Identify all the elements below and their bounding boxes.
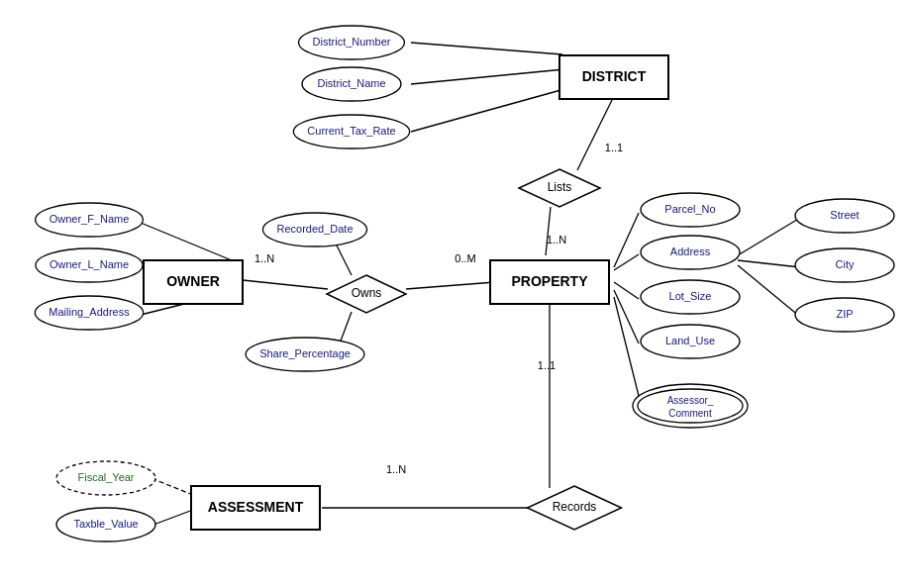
- er-diagram-canvas: [0, 0, 913, 588]
